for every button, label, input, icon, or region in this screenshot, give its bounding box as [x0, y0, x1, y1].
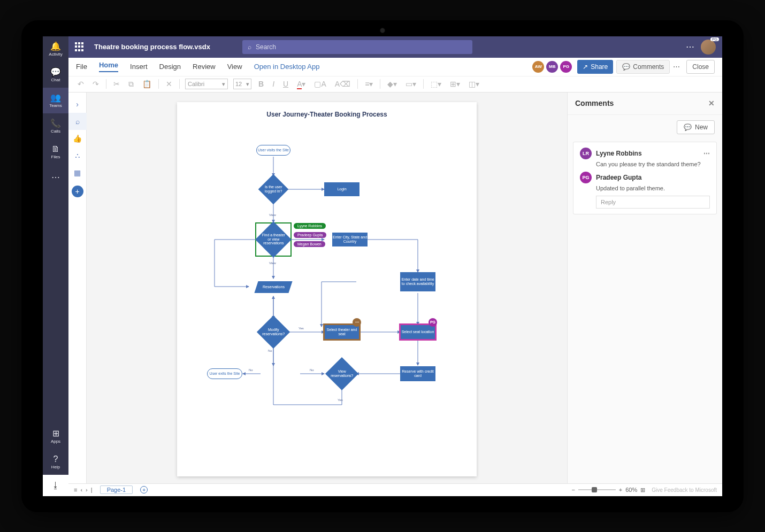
group-icon[interactable]: ◫▾ — [467, 80, 481, 88]
prev-page-icon[interactable]: ‹ — [80, 487, 82, 493]
diagram-page: User Journey-Theater Booking Process — [177, 102, 477, 476]
presence-aw[interactable]: AW — [532, 61, 544, 73]
shape-reservations[interactable]: Reservations — [254, 281, 292, 293]
font-color-icon[interactable]: A▾ — [295, 80, 307, 88]
shape-logged-in[interactable]: Is the user logged in? — [258, 174, 289, 204]
shape-modify[interactable]: Modify reservations? — [257, 315, 290, 348]
search-icon: ⌕ — [248, 43, 251, 51]
hierarchy-icon[interactable]: ⛬ — [68, 147, 87, 164]
bold-icon[interactable]: B — [257, 80, 265, 88]
tag-lyyne[interactable]: Lyyne Robbins — [294, 223, 326, 229]
close-comments-icon[interactable]: ✕ — [708, 99, 715, 107]
font-size-select[interactable]: 12▾ — [233, 79, 251, 89]
zoom-control[interactable]: − + 60% ⊞ — [571, 487, 645, 494]
shapes-icon[interactable]: ▦ — [68, 164, 87, 181]
new-comment-button[interactable]: 💬New — [677, 120, 715, 134]
share-button[interactable]: ↗Share — [577, 60, 613, 74]
menu-file[interactable]: File — [76, 63, 87, 71]
reply-input[interactable]: Reply — [596, 196, 710, 209]
comments-button[interactable]: 💬Comments — [616, 60, 670, 74]
position-icon[interactable]: ⊞▾ — [448, 80, 462, 88]
zoom-out-icon[interactable]: − — [571, 487, 575, 493]
bubble-pg[interactable]: PG — [429, 318, 437, 327]
ribbon-more-icon[interactable]: ⋯ — [673, 63, 680, 71]
menu-insert[interactable]: Insert — [130, 63, 148, 71]
fit-page-icon[interactable]: ⊞ — [640, 487, 645, 494]
search-shapes-icon[interactable]: ⌕ — [68, 113, 87, 130]
shape-select-seat[interactable]: Select seat location — [400, 325, 435, 340]
arrange-icon[interactable]: ⬚▾ — [429, 80, 443, 88]
label-no1: No — [268, 349, 272, 352]
next-page-icon[interactable]: › — [86, 487, 88, 493]
cut-icon[interactable]: ✂ — [112, 80, 121, 88]
bubble-more[interactable]: ⋯ — [353, 318, 361, 327]
shape-view-res[interactable]: View reservations? — [325, 357, 358, 390]
comment-avatar: LR — [580, 148, 592, 159]
redo-icon[interactable]: ↷ — [91, 80, 101, 88]
page-tab[interactable]: Page-1 — [100, 485, 133, 494]
bell-icon: 🔔 — [50, 41, 61, 51]
rail-download[interactable]: ⭳ — [43, 475, 68, 496]
close-button[interactable]: Close — [686, 60, 715, 74]
shape-select-theater[interactable]: Select theater and seat — [324, 325, 359, 340]
rail-files[interactable]: 🗎Files — [43, 139, 68, 165]
paste-icon[interactable]: 📋 — [141, 80, 153, 88]
comment-author: Lyyne Robbins — [596, 150, 642, 157]
search-input[interactable]: ⌕Search — [242, 40, 472, 54]
shapes-panel-rail: › ⌕ 👍 ⛬ ▦ + — [68, 92, 87, 483]
copy-icon[interactable]: ⧉ — [127, 80, 135, 89]
line-icon[interactable]: ▭▾ — [404, 80, 418, 88]
label-yes1: Yes — [299, 327, 304, 330]
clear-format-icon[interactable]: A⌫ — [333, 80, 352, 88]
rail-help[interactable]: ?Help — [43, 449, 68, 475]
rail-teams[interactable]: 👥Teams — [43, 88, 68, 113]
open-desktop-link[interactable]: Open in Desktop App — [254, 63, 320, 71]
font-select[interactable]: Calibri▾ — [185, 79, 228, 89]
canvas[interactable]: User Journey-Theater Booking Process — [87, 92, 567, 483]
title-bar: Theatre booking process flow.vsdx ⌕Searc… — [68, 36, 722, 58]
rail-chat[interactable]: 💬Chat — [43, 62, 68, 88]
delete-icon[interactable]: ✕ — [164, 80, 174, 88]
menu-home[interactable]: Home — [99, 61, 118, 72]
menu-view[interactable]: View — [227, 63, 242, 71]
rail-activity[interactable]: 🔔Activity — [43, 36, 68, 62]
add-shapes-button[interactable]: + — [72, 186, 83, 197]
app-launcher-icon[interactable] — [75, 42, 85, 52]
zoom-level: 60% — [625, 487, 637, 493]
shape-start[interactable]: User visits the Site — [256, 145, 290, 156]
more-icon: ⋯ — [51, 172, 60, 182]
comment-thread[interactable]: LR Lyyne Robbins ⋯ Can you please try th… — [573, 142, 717, 214]
highlight-icon[interactable]: ▢A — [312, 80, 327, 88]
zoom-slider[interactable] — [578, 489, 616, 490]
shape-enter-date[interactable]: Enter date and time to check availabilit… — [400, 272, 435, 291]
shape-exit[interactable]: User exits the Site — [207, 368, 242, 379]
tag-pradeep[interactable]: Pradeep Gupta — [294, 232, 326, 238]
user-avatar[interactable]: PG — [701, 40, 716, 55]
rail-more[interactable]: ⋯ — [43, 165, 68, 190]
shape-reserve[interactable]: Reserve with credit card — [400, 366, 435, 381]
undo-icon[interactable]: ↶ — [76, 80, 86, 88]
topbar-more-icon[interactable]: ⋯ — [686, 42, 694, 52]
zoom-in-icon[interactable]: + — [619, 487, 622, 493]
favorites-icon[interactable]: 👍 — [68, 130, 87, 147]
rail-apps[interactable]: ⊞Apps — [43, 423, 68, 449]
italic-icon[interactable]: I — [271, 80, 276, 88]
rail-calls[interactable]: 📞Calls — [43, 113, 68, 139]
add-page-button[interactable]: + — [140, 486, 148, 494]
underline-icon[interactable]: U — [281, 80, 290, 88]
menu-review[interactable]: Review — [193, 63, 216, 71]
reply-text: Updated to parallel theme. — [596, 185, 710, 191]
comment-more-icon[interactable]: ⋯ — [703, 150, 710, 157]
presence-pg[interactable]: PG — [560, 61, 572, 73]
shape-login[interactable]: Login — [324, 182, 359, 196]
fill-icon[interactable]: ◆▾ — [386, 80, 399, 88]
feedback-link[interactable]: Give Feedback to Microsoft — [652, 487, 717, 493]
label-view2: View — [269, 261, 276, 265]
pages-menu-icon[interactable]: ≡ — [74, 487, 77, 493]
expand-shapes-icon[interactable]: › — [68, 96, 87, 113]
menu-design[interactable]: Design — [159, 63, 181, 71]
shape-enter-city[interactable]: Enter City, State and Country — [332, 233, 368, 246]
presence-mb[interactable]: MB — [546, 61, 558, 73]
align-icon[interactable]: ≡▾ — [363, 80, 374, 88]
tag-megan[interactable]: Megan Bowen — [294, 241, 325, 247]
